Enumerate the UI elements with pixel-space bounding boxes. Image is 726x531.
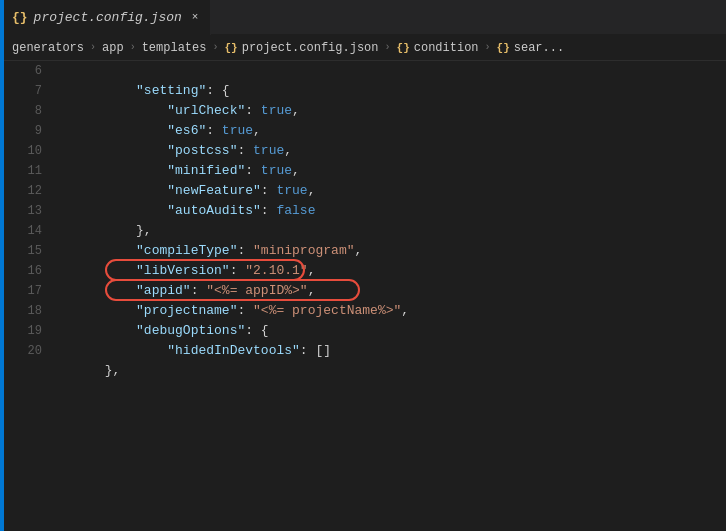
tab-close-button[interactable]: × (192, 11, 199, 23)
line-num-12: 12 (8, 181, 42, 201)
line-num-16: 16 (8, 261, 42, 281)
breadcrumb-json-icon-3: {} (497, 42, 510, 54)
left-border-indicator (0, 61, 4, 531)
line-num-20: 20 (8, 341, 42, 361)
line-num-11: 11 (8, 161, 42, 181)
line-num-14: 14 (8, 221, 42, 241)
code-area: 6 7 8 9 10 11 12 13 14 15 16 17 18 19 20… (0, 61, 726, 531)
breadcrumb-sep-4: › (385, 42, 391, 53)
line-num-19: 19 (8, 321, 42, 341)
code-line-14: "compileType": "miniprogram", (58, 221, 726, 241)
breadcrumb-json-icon-1: {} (224, 42, 237, 54)
tab-title: project.config.json (34, 10, 182, 25)
line-num-15: 15 (8, 241, 42, 261)
code-content[interactable]: "setting": { "urlCheck": true, "es6": tr… (50, 61, 726, 531)
breadcrumb-condition[interactable]: condition (414, 41, 479, 55)
line-num-6: 6 (8, 61, 42, 81)
breadcrumb-project-config[interactable]: project.config.json (242, 41, 379, 55)
breadcrumb-search[interactable]: sear... (514, 41, 564, 55)
line-numbers: 6 7 8 9 10 11 12 13 14 15 16 17 18 19 20 (0, 61, 50, 531)
breadcrumb-templates[interactable]: templates (142, 41, 207, 55)
code-line-6: "setting": { (58, 61, 726, 81)
breadcrumb-json-icon-2: {} (397, 42, 410, 54)
line-num-13: 13 (8, 201, 42, 221)
line-num-10: 10 (8, 141, 42, 161)
breadcrumb-sep-5: › (485, 42, 491, 53)
line-num-18: 18 (8, 301, 42, 321)
line-num-9: 9 (8, 121, 42, 141)
tab-project-config[interactable]: {} project.config.json × (0, 0, 211, 35)
breadcrumb: generators › app › templates › {} projec… (0, 35, 726, 61)
breadcrumb-sep-3: › (212, 42, 218, 53)
line-num-17: 17 (8, 281, 42, 301)
breadcrumb-sep-2: › (130, 42, 136, 53)
breadcrumb-generators[interactable]: generators (12, 41, 84, 55)
breadcrumb-app[interactable]: app (102, 41, 124, 55)
line-num-8: 8 (8, 101, 42, 121)
breadcrumb-sep-1: › (90, 42, 96, 53)
line-num-7: 7 (8, 81, 42, 101)
tab-bar: {} project.config.json × (0, 0, 726, 35)
tab-json-icon: {} (12, 10, 28, 25)
